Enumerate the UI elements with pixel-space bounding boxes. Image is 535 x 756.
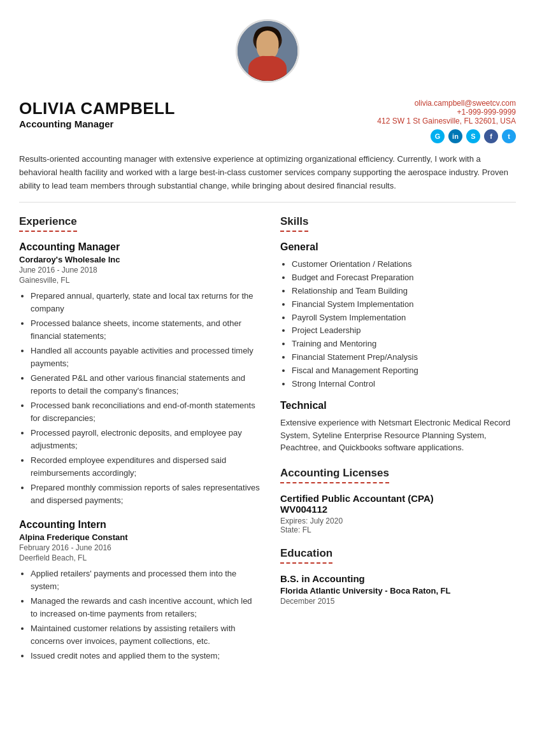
social-icons: G in S f t: [377, 129, 516, 143]
technical-skills-title: Technical: [280, 400, 516, 411]
license-name: Certified Public Accountant (CPA)WV00411…: [280, 493, 516, 515]
edu-degree: B.S. in Accounting: [280, 573, 516, 584]
education-title: Education: [280, 547, 332, 564]
job-2-dates: February 2016 - June 2016: [19, 543, 261, 552]
twitter-icon[interactable]: t: [502, 129, 516, 143]
avatar: [236, 19, 299, 83]
address: 412 SW 1 St Gainesville, FL 32601, USA: [377, 117, 516, 125]
job-2-location: Deerfield Beach, FL: [19, 553, 261, 562]
list-item: Maintained customer relations by assisti…: [31, 622, 261, 647]
header-section: [0, 0, 535, 99]
right-column: Skills General Customer Orientation / Re…: [280, 203, 516, 675]
list-item: Financial System Implementation: [292, 298, 516, 311]
job-2-bullets: Applied retailers' payments and processe…: [19, 567, 261, 662]
general-skills-list: Customer Orientation / Relations Budget …: [280, 258, 516, 390]
summary-section: Results-oriented accounting manager with…: [0, 143, 535, 202]
list-item: Managed the rewards and cash incentive a…: [31, 595, 261, 620]
job-title-header: Accounting Manager: [19, 118, 377, 129]
list-item: Recorded employee expenditures and dispe…: [31, 454, 261, 479]
svg-point-5: [250, 62, 285, 81]
list-item: Customer Orientation / Relations: [292, 258, 516, 271]
main-content: Experience Accounting Manager Cordaroy's…: [0, 203, 535, 675]
skills-section: Skills General Customer Orientation / Re…: [280, 215, 516, 453]
technical-skills-group: Technical Extensive experience with Nets…: [280, 400, 516, 454]
list-item: Project Leadership: [292, 324, 516, 338]
phone-link[interactable]: +1-999-999-9999: [377, 108, 516, 117]
job-1-location: Gainesville, FL: [19, 276, 261, 285]
list-item: Prepared annual, quarterly, state and lo…: [31, 290, 261, 315]
svg-rect-4: [263, 59, 271, 64]
contact-block: olivia.campbell@sweetcv.com +1-999-999-9…: [377, 99, 516, 143]
facebook-icon[interactable]: f: [484, 129, 498, 143]
svg-rect-0: [238, 21, 297, 81]
general-skills-group: General Customer Orientation / Relations…: [280, 241, 516, 390]
license-expires: Expires: July 2020: [280, 517, 516, 525]
full-name: OLIVIA CAMPBELL: [19, 99, 377, 118]
list-item: Financial Statement Prep/Analysis: [292, 351, 516, 364]
svg-point-9: [267, 51, 269, 52]
job-1-company: Cordaroy's Wholesale Inc: [19, 255, 261, 264]
google-icon[interactable]: G: [431, 129, 445, 143]
list-item: Handled all accounts payable activities …: [31, 345, 261, 369]
svg-point-8: [269, 46, 273, 49]
job-1-bullets: Prepared annual, quarterly, state and lo…: [19, 290, 261, 506]
left-column: Experience Accounting Manager Cordaroy's…: [19, 203, 261, 675]
svg-point-2: [257, 36, 278, 61]
list-item: Processed payroll, electronic deposits, …: [31, 427, 261, 452]
education-section: Education B.S. in Accounting Florida Atl…: [280, 547, 516, 606]
list-item: Relationship and Team Building: [292, 285, 516, 298]
list-item: Applied retailers' payments and processe…: [31, 567, 261, 592]
name-block: OLIVIA CAMPBELL Accounting Manager: [19, 99, 377, 129]
linkedin-icon[interactable]: in: [448, 129, 462, 143]
job-1-title: Accounting Manager: [19, 241, 261, 253]
general-skills-title: General: [280, 241, 516, 253]
job-2: Accounting Intern Alpina Frederique Cons…: [19, 519, 261, 662]
svg-point-3: [254, 26, 280, 45]
info-section: OLIVIA CAMPBELL Accounting Manager olivi…: [0, 99, 535, 143]
skills-title: Skills: [280, 215, 308, 232]
list-item: Strong Internal Control: [292, 378, 516, 391]
list-item: Issued credit notes and applied them to …: [31, 650, 261, 662]
svg-point-7: [262, 46, 266, 49]
list-item: Training and Mentoring: [292, 338, 516, 351]
list-item: Payroll System Implementation: [292, 311, 516, 325]
edu-date: December 2015: [280, 597, 516, 606]
licenses-section: Accounting Licenses Certified Public Acc…: [280, 467, 516, 534]
licenses-title: Accounting Licenses: [280, 467, 389, 483]
email-link[interactable]: olivia.campbell@sweetcv.com: [377, 99, 516, 108]
experience-section: Experience Accounting Manager Cordaroy's…: [19, 215, 261, 662]
list-item: Fiscal and Management Reporting: [292, 364, 516, 378]
license-state: State: FL: [280, 525, 516, 534]
edu-school: Florida Atlantic University - Boca Raton…: [280, 586, 516, 596]
list-item: Prepared monthly commission reports of s…: [31, 481, 261, 506]
job-1-dates: June 2016 - June 2018: [19, 266, 261, 275]
skype-icon[interactable]: S: [466, 129, 480, 143]
summary-text: Results-oriented accounting manager with…: [19, 153, 516, 192]
svg-point-6: [259, 64, 276, 76]
experience-title: Experience: [19, 215, 77, 232]
job-1: Accounting Manager Cordaroy's Wholesale …: [19, 241, 261, 506]
job-2-title: Accounting Intern: [19, 519, 261, 531]
list-item: Budget and Forecast Preparation: [292, 271, 516, 285]
technical-text: Extensive experience with Netsmart Elect…: [280, 417, 516, 454]
list-item: Processed bank reconciliations and end-o…: [31, 399, 261, 424]
job-2-company: Alpina Frederique Constant: [19, 532, 261, 542]
avatar-image: [238, 21, 297, 81]
list-item: Generated P&L and other various financia…: [31, 372, 261, 397]
list-item: Processed balance sheets, income stateme…: [31, 317, 261, 342]
